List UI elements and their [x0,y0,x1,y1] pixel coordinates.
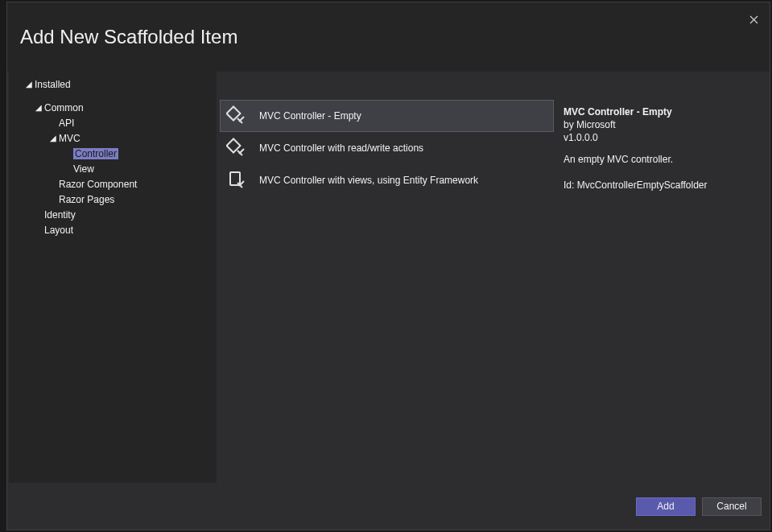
scaffold-dialog: Add New Scaffolded Item ◢ Installed ◢ Co… [6,2,770,530]
category-tree: ◢ Installed ◢ Common API ◢ MVC Controlle… [9,72,217,483]
tree-label: API [59,118,74,129]
detail-title: MVC Controller - Empty [564,105,758,118]
tree-item-razor-pages[interactable]: Razor Pages [9,192,217,207]
cancel-button[interactable]: Cancel [702,497,762,516]
tree-item-common[interactable]: ◢ Common [9,100,217,115]
button-label: Add [657,501,674,512]
list-item-mvc-controller-ef[interactable]: MVC Controller with views, using Entity … [220,164,554,196]
close-button[interactable] [744,10,763,30]
tree-item-layout[interactable]: Layout [9,222,217,237]
template-list: MVC Controller - Empty MVC Controller wi… [218,72,555,483]
dialog-footer: Add Cancel [7,483,770,530]
tree-label: Razor Component [59,179,137,190]
tree-item-controller[interactable]: Controller [9,146,217,161]
chevron-down-icon: ◢ [47,134,59,142]
tree-label: Common [44,102,84,113]
tree-item-installed[interactable]: ◢ Installed [9,76,217,92]
chevron-down-icon: ◢ [33,103,44,112]
tree-label: MVC [59,133,81,144]
controller-icon [225,105,248,127]
detail-version: v1.0.0.0 [564,131,758,144]
dialog-title: Add New Scaffolded Item [20,26,237,48]
detail-id: Id: MvcControllerEmptyScaffolder [564,179,758,192]
detail-description: An empty MVC controller. [564,153,758,166]
tree-label: View [73,163,94,175]
controller-icon [225,137,248,159]
list-item-mvc-controller-rw[interactable]: MVC Controller with read/write actions [220,132,554,164]
list-item-mvc-controller-empty[interactable]: MVC Controller - Empty [220,100,554,132]
dialog-header: Add New Scaffolded Item [7,2,770,72]
add-button[interactable]: Add [636,497,696,516]
tree-label: Identity [44,209,76,221]
tree-item-razor-component[interactable]: Razor Component [9,176,217,192]
tree-item-view[interactable]: View [9,161,217,176]
dialog-body: ◢ Installed ◢ Common API ◢ MVC Controlle… [7,72,770,483]
chevron-down-icon: ◢ [23,80,35,89]
list-item-label: MVC Controller with views, using Entity … [259,175,478,186]
button-label: Cancel [716,501,746,512]
list-item-label: MVC Controller - Empty [259,110,361,122]
tree-label: Installed [35,79,71,90]
tree-label: Razor Pages [59,194,114,205]
tree-label: Controller [73,148,118,159]
tree-item-mvc[interactable]: ◢ MVC [9,130,217,146]
tree-item-api[interactable]: API [9,115,217,130]
close-icon [749,14,758,27]
tree-label: Layout [44,225,73,236]
tree-item-identity[interactable]: Identity [9,207,217,222]
details-panel: MVC Controller - Empty by Microsoft v1.0… [557,72,768,483]
list-item-label: MVC Controller with read/write actions [259,142,423,154]
detail-author: by Microsoft [564,118,758,131]
controller-ef-icon [225,169,248,192]
